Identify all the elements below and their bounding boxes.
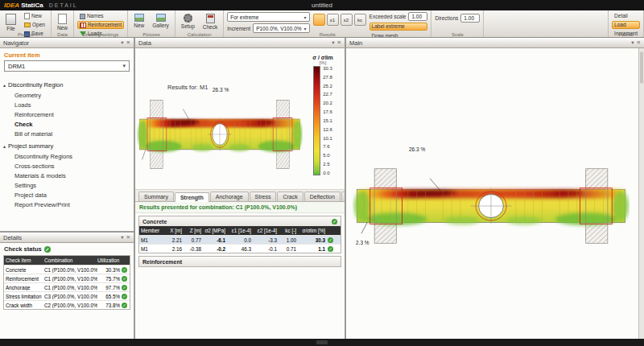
panel-close-icon[interactable]: ✕ (337, 39, 341, 46)
data-viewport[interactable]: Results for: M1 26.3 % σ / σlim [%] 30.3… (135, 48, 345, 190)
panel-close-icon[interactable]: ✕ (126, 234, 130, 241)
concrete-section: Concrete Member X [m] Z [m] σ2 [MPa] ε1 … (138, 216, 341, 253)
panel-menu-icon[interactable]: ▾ (631, 39, 634, 46)
main-panel: Main ▾ ✕ 26.3 % 2.3 % (346, 38, 644, 339)
panel-menu-icon[interactable]: ▾ (332, 39, 334, 46)
logo-idea: IDEA (4, 2, 19, 9)
ribbon-group-palette: Detail Load Increment Palette (608, 10, 644, 37)
exceeded-scale-input[interactable]: 1.00 (408, 12, 427, 21)
row-ok-icon (122, 294, 127, 299)
workspace: Navigator ▾ ✕ Current item DRM1 ▴ Discon… (0, 38, 644, 339)
concrete-table-rows: M1 2.21 0.77 -6.1 0.0 -3.3 1.00 30.3 (139, 235, 341, 253)
tree-item[interactable]: Settings (0, 180, 134, 190)
tree-item[interactable]: Discontinuity Regions (0, 151, 134, 161)
reinforcement-icon (80, 23, 86, 28)
check-status-row-item[interactable]: Crack width C2 (P100.0%, V100.0%) 73.8% (4, 300, 130, 309)
data-new-button[interactable]: New (55, 12, 70, 32)
tree-section-discontinuity-region[interactable]: ▴ Discontinuity Region (0, 80, 134, 90)
legend-tick: 15.1 (323, 118, 332, 123)
data-panel-body: Results for: M1 26.3 % σ / σlim [%] 30.3… (135, 48, 345, 339)
results-tab[interactable]: Deflection (304, 192, 341, 201)
tree-section-project-summary[interactable]: ▴ Project summary (0, 141, 134, 151)
results-tab[interactable]: Strength (175, 192, 209, 202)
check-status-table: Check item Combination Utilization Concr… (3, 255, 130, 310)
details-header: Details ▾ ✕ (0, 233, 134, 243)
reinforcement-section-header[interactable]: Reinforcement (139, 257, 341, 266)
concrete-table-row[interactable]: M1 2.21 0.77 -6.1 0.0 -3.3 1.00 30.3 (139, 235, 341, 244)
tree-item[interactable]: Reinforcement (0, 109, 134, 119)
tree-item[interactable]: Bill of material (0, 129, 134, 138)
names-toggle[interactable]: Names (77, 12, 124, 20)
increment-label: Increment (227, 26, 250, 31)
max-utilization-label: 26.3 % (409, 146, 425, 152)
window-title: untitled (0, 2, 644, 9)
epsilon2-result-tile[interactable]: ε2 (341, 14, 353, 26)
results-tab[interactable]: Summary (138, 192, 174, 201)
main-viewport[interactable]: 26.3 % 2.3 % (346, 48, 644, 339)
tree-item[interactable]: Materials & models (0, 171, 134, 180)
legend-title: σ / σlim (304, 55, 341, 60)
data-panel-header: Data ▾ ✕ (135, 38, 345, 48)
gear-icon (184, 14, 192, 23)
tree-item[interactable]: Geometry (0, 90, 134, 100)
check-button[interactable]: Check (200, 12, 220, 31)
beam-heatmap (137, 90, 303, 179)
check-status-row-item[interactable]: Concrete C1 (P100.0%, V100.0%) 30.3% (4, 265, 130, 274)
tree-item[interactable]: Check (0, 119, 134, 129)
concrete-results-table: Member X [m] Z [m] σ2 [MPa] ε1 [1e-4] ε2… (139, 226, 341, 253)
label-extreme-toggle[interactable]: Label extreme (369, 23, 428, 31)
tree-item[interactable]: Project data (0, 190, 134, 200)
group-label-pictures: Pictures (128, 32, 175, 37)
results-tab[interactable]: Anchorage (210, 192, 249, 201)
results-tab[interactable]: Auxiliary (341, 192, 345, 201)
sigma-result-tile[interactable] (313, 14, 325, 26)
concrete-table-row[interactable]: M1 2.16 -0.38 -0.2 46.3 -0.1 0.71 1.1 (139, 244, 341, 253)
concrete-section-header[interactable]: Concrete (139, 216, 341, 226)
logo-detail: DETAIL (49, 2, 78, 8)
legend-tick: 7.6 (323, 144, 332, 149)
picture-new-button[interactable]: New (131, 12, 147, 30)
tree-item[interactable]: Loads (0, 100, 134, 109)
main-scrollbar[interactable] (638, 48, 644, 339)
epsilon1-result-tile[interactable]: ε1 (327, 14, 339, 26)
directions-input[interactable]: 1.00 (460, 14, 480, 23)
palette-load-button[interactable]: Load (612, 21, 640, 29)
check-status-table-header: Check item Combination Utilization (4, 256, 130, 265)
setup-button[interactable]: Setup (179, 12, 197, 31)
extreme-select[interactable]: For extreme (227, 12, 309, 22)
calculator-icon (206, 14, 215, 23)
region-selector[interactable]: DRM1 (4, 60, 130, 72)
tree-item[interactable]: Report Preview/Print (0, 200, 134, 209)
check-status-row-item[interactable]: Anchorage C1 (P100.0%, V100.0%) 97.7% (4, 282, 130, 291)
panel-close-icon[interactable]: ✕ (637, 39, 641, 46)
check-status-row-item[interactable]: Stress limitation C3 (P100.0%, V100.0%) … (4, 291, 130, 300)
ribbon-group-data: New Data (52, 10, 74, 37)
ribbon-group-drawing-settings: Names Reinforcement Loads Drawing settin… (74, 10, 128, 37)
navigator-body: Current item DRM1 ▴ Discontinuity Region… (0, 48, 134, 231)
tree-item[interactable]: Cross-sections (0, 161, 134, 171)
new-button[interactable]: New (22, 12, 47, 20)
file-button[interactable]: File (3, 12, 19, 33)
legend-tick: 10.1 (323, 136, 332, 141)
tree-items-discontinuity: GeometryLoadsReinforcementCheckBill of m… (0, 90, 134, 138)
row-ok-icon (122, 303, 127, 308)
new-file-icon (24, 13, 30, 19)
gallery-button[interactable]: Gallery (150, 12, 171, 30)
status-bar-handle[interactable] (316, 340, 328, 344)
panel-menu-icon[interactable]: ▾ (121, 234, 123, 241)
panel-close-icon[interactable]: ✕ (126, 39, 130, 46)
details-title: Details (3, 234, 22, 241)
directions-label: Directions (435, 15, 458, 21)
expander-icon: ▴ (3, 82, 6, 88)
palette-detail-button[interactable]: Detail (612, 12, 640, 20)
reinforcement-toggle[interactable]: Reinforcement (77, 21, 124, 29)
check-status-row-item[interactable]: Reinforcement C1 (P100.0%, V100.0%) 75.7… (4, 274, 130, 282)
row-ok-icon (122, 285, 127, 290)
open-button[interactable]: Open (22, 21, 47, 29)
results-tab[interactable]: Crack (277, 192, 303, 201)
panel-menu-icon[interactable]: ▾ (121, 39, 123, 46)
results-tab[interactable]: Stress (250, 192, 277, 201)
names-icon (80, 14, 85, 19)
scrollbar-thumb[interactable] (640, 51, 643, 84)
kc-result-tile[interactable]: kc (354, 14, 366, 26)
